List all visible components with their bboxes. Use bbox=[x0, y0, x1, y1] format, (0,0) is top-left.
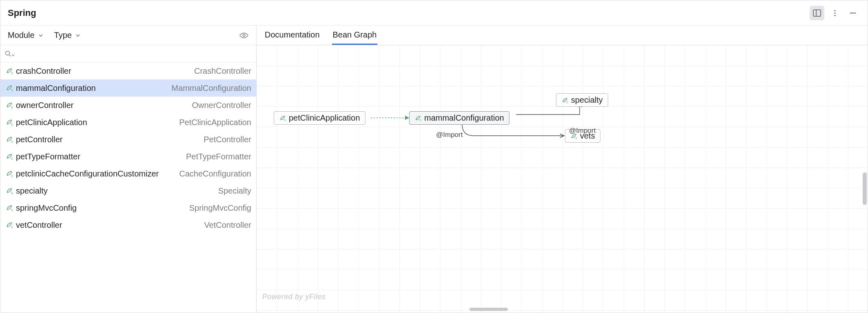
bean-class: PetController bbox=[204, 135, 251, 144]
filters-bar: Module Type bbox=[0, 26, 256, 45]
svg-text:c: c bbox=[11, 208, 13, 212]
svg-text:c: c bbox=[11, 139, 13, 143]
bean-row[interactable]: cmammalConfigurationMammalConfiguration bbox=[0, 79, 256, 97]
details-panel: Documentation Bean Graph bbox=[257, 26, 868, 313]
bean-name: vetController bbox=[16, 220, 62, 230]
more-options-icon[interactable] bbox=[828, 6, 842, 20]
bean-row[interactable]: cpetClinicApplicationPetClinicApplicatio… bbox=[0, 114, 256, 131]
svg-text:c: c bbox=[420, 118, 421, 122]
bean-name: petclinicCacheConfigurationCustomizer bbox=[16, 169, 159, 179]
chevron-down-icon bbox=[38, 33, 44, 38]
vertical-scrollbar-thumb[interactable] bbox=[863, 172, 867, 205]
search-input[interactable] bbox=[16, 49, 252, 58]
svg-text:c: c bbox=[567, 100, 568, 104]
bean-class: VetController bbox=[204, 220, 251, 230]
svg-point-6 bbox=[243, 34, 245, 36]
bean-row[interactable]: cspringMvcConfigSpringMvcConfig bbox=[0, 199, 256, 216]
bean-name: petClinicApplication bbox=[16, 118, 87, 127]
bean-icon: c bbox=[5, 84, 13, 92]
bean-icon: c bbox=[5, 204, 13, 212]
bean-row[interactable]: cpetTypeFormatterPetTypeFormatter bbox=[0, 148, 256, 165]
horizontal-scrollbar[interactable] bbox=[257, 306, 868, 313]
bean-row[interactable]: cspecialtySpecialty bbox=[0, 182, 256, 199]
bean-name: mammalConfiguration bbox=[16, 84, 96, 93]
bean-class: CrashController bbox=[194, 66, 251, 76]
graph-node-label: petClinicApplication bbox=[289, 113, 360, 123]
bean-row[interactable]: cownerControllerOwnerController bbox=[0, 97, 256, 114]
edge-label-import: @Import bbox=[436, 131, 463, 139]
beans-panel: Module Type c bbox=[0, 26, 257, 313]
bean-class: PetClinicApplication bbox=[179, 118, 251, 127]
bean-icon: c bbox=[5, 135, 13, 143]
graph-node-label: mammalConfiguration bbox=[424, 113, 504, 123]
type-filter-label: Type bbox=[54, 31, 72, 40]
bean-class: Specialty bbox=[218, 186, 251, 196]
svg-text:c: c bbox=[11, 225, 13, 229]
graph-node-specialty[interactable]: c specialty bbox=[556, 93, 608, 107]
svg-line-8 bbox=[9, 55, 11, 56]
bean-name: petTypeFormatter bbox=[16, 152, 80, 161]
minimize-icon[interactable] bbox=[846, 6, 860, 20]
bean-icon: c bbox=[5, 118, 13, 126]
toggle-sidebar-icon[interactable] bbox=[810, 6, 824, 20]
bean-icon: c bbox=[5, 67, 13, 75]
bean-row[interactable]: cpetControllerPetController bbox=[0, 131, 256, 148]
svg-text:c: c bbox=[284, 118, 286, 122]
svg-point-2 bbox=[834, 10, 835, 11]
svg-text:c: c bbox=[11, 88, 13, 92]
type-filter[interactable]: Type bbox=[52, 28, 83, 42]
graph-node-mammalconfiguration[interactable]: c mammalConfiguration bbox=[409, 111, 509, 125]
bean-class: PetTypeFormatter bbox=[186, 152, 251, 161]
bean-row[interactable]: cvetControllerVetController bbox=[0, 216, 256, 234]
bean-name: petController bbox=[16, 135, 63, 144]
bean-icon: c bbox=[5, 187, 13, 195]
graph-node-petclinicapplication[interactable]: c petClinicApplication bbox=[274, 111, 365, 125]
svg-text:c: c bbox=[576, 136, 577, 140]
svg-text:c: c bbox=[11, 156, 13, 161]
toolwindow-title: Spring bbox=[8, 8, 36, 18]
svg-text:c: c bbox=[11, 71, 13, 75]
bean-icon: c bbox=[5, 170, 13, 178]
bean-class: MammalConfiguration bbox=[171, 84, 251, 93]
vertical-scrollbar[interactable] bbox=[861, 26, 868, 313]
bean-class: OwnerController bbox=[192, 101, 251, 110]
search-bar bbox=[0, 45, 256, 62]
bean-name: crashController bbox=[16, 66, 71, 76]
bean-class: SpringMvcConfig bbox=[189, 203, 251, 213]
svg-rect-0 bbox=[813, 10, 821, 16]
bean-name: specialty bbox=[16, 186, 48, 196]
bean-icon: c bbox=[5, 152, 13, 161]
toolwindow-titlebar: Spring bbox=[0, 0, 868, 26]
svg-point-3 bbox=[834, 12, 835, 13]
horizontal-scrollbar-thumb[interactable] bbox=[469, 308, 508, 311]
bean-icon: c bbox=[5, 101, 13, 109]
search-icon bbox=[4, 50, 15, 57]
bean-row[interactable]: cpetclinicCacheConfigurationCustomizerCa… bbox=[0, 165, 256, 182]
tab-documentation[interactable]: Documentation bbox=[264, 26, 321, 45]
bean-graph-canvas[interactable]: c petClinicApplication c mammalConfigura… bbox=[257, 45, 868, 313]
bean-icon: c bbox=[279, 115, 286, 122]
svg-text:c: c bbox=[11, 122, 13, 126]
graph-watermark: Powered by yFiles bbox=[262, 293, 326, 301]
svg-text:c: c bbox=[11, 105, 13, 109]
bean-class: CacheConfiguration bbox=[179, 169, 251, 179]
module-filter-label: Module bbox=[8, 31, 35, 40]
edge-label-import2: @Import bbox=[569, 127, 596, 135]
tab-bean-graph[interactable]: Bean Graph bbox=[332, 26, 378, 45]
bean-list[interactable]: ccrashControllerCrashControllercmammalCo… bbox=[0, 62, 256, 313]
svg-text:c: c bbox=[11, 174, 13, 178]
bean-icon: c bbox=[561, 97, 569, 104]
tabs-bar: Documentation Bean Graph bbox=[257, 26, 868, 45]
bean-row[interactable]: ccrashControllerCrashController bbox=[0, 62, 256, 79]
bean-icon: c bbox=[414, 115, 422, 122]
module-filter[interactable]: Module bbox=[5, 28, 46, 42]
preview-eye-icon[interactable] bbox=[237, 28, 251, 43]
bean-icon: c bbox=[5, 221, 13, 229]
edge-mammal-to-vets bbox=[462, 124, 564, 136]
bean-name: ownerController bbox=[16, 101, 73, 110]
graph-node-label: specialty bbox=[571, 95, 603, 105]
svg-text:c: c bbox=[11, 191, 13, 195]
bean-name: springMvcConfig bbox=[16, 203, 77, 213]
chevron-down-icon bbox=[75, 33, 81, 38]
svg-point-7 bbox=[6, 51, 10, 55]
